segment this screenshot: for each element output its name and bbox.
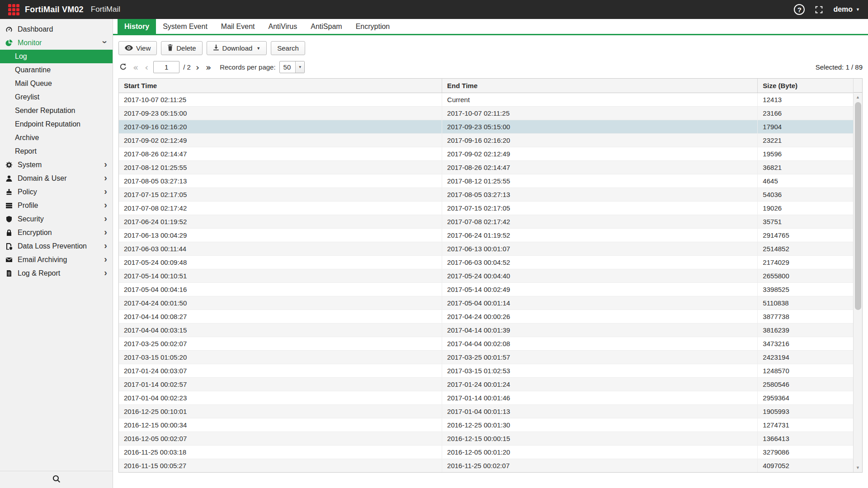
column-header-size[interactable]: Size (Byte)	[758, 79, 853, 93]
sidebar-item-log[interactable]: Log	[0, 50, 113, 63]
sidebar-item-security[interactable]: Security›	[0, 212, 113, 226]
table-cell: 1274731	[758, 418, 853, 432]
sidebar-item-email-archiving[interactable]: Email Archiving›	[0, 253, 113, 267]
table-cell: 2514852	[758, 242, 853, 255]
scrollbar-thumb[interactable]	[855, 102, 861, 310]
sidebar-item-quarantine[interactable]: Quarantine	[0, 63, 113, 77]
next-page-button[interactable]: ›	[194, 63, 201, 72]
table-cell: 3279086	[758, 445, 853, 459]
fullscreen-icon[interactable]	[815, 5, 823, 14]
trash-icon	[167, 44, 173, 52]
sidebar-item-mail-queue[interactable]: Mail Queue	[0, 77, 113, 90]
sidebar-item-label: Profile	[18, 202, 38, 210]
sidebar-item-domain-and-user[interactable]: Domain & User›	[0, 172, 113, 185]
toolbar: View Delete Download ▼ Search	[113, 35, 868, 59]
prev-page-button[interactable]: ‹	[143, 63, 150, 72]
table-row[interactable]: 2017-07-08 02:17:422017-07-15 02:17:0519…	[119, 201, 853, 215]
table-row[interactable]: 2017-08-12 01:25:552017-08-26 02:14:4736…	[119, 160, 853, 174]
search-button[interactable]: Search	[271, 41, 305, 55]
sidebar-item-system[interactable]: System›	[0, 158, 113, 172]
table-cell: 2017-03-25 00:01:57	[442, 350, 758, 364]
sidebar-item-policy[interactable]: Policy›	[0, 185, 113, 199]
table-cell: 2017-03-15 01:05:20	[119, 350, 442, 364]
tab-system-event[interactable]: System Event	[156, 19, 214, 34]
table-cell: 1248570	[758, 364, 853, 377]
sidebar-item-dashboard[interactable]: Dashboard	[0, 23, 113, 36]
tab-antivirus[interactable]: AntiVirus	[262, 19, 304, 34]
sidebar-item-encryption[interactable]: Encryption›	[0, 226, 113, 239]
table-cell: 2016-12-05 00:02:07	[119, 432, 442, 445]
table-row[interactable]: 2017-01-04 00:02:232017-01-14 00:01:4629…	[119, 391, 853, 404]
sidebar-item-label: Data Loss Prevention	[18, 242, 87, 250]
table-row[interactable]: 2016-12-25 00:10:012017-01-04 00:01:1319…	[119, 404, 853, 418]
sidebar-item-monitor[interactable]: Monitor›	[0, 36, 113, 50]
sidebar-item-log-and-report[interactable]: Log & Report›	[0, 267, 113, 280]
page-input[interactable]	[153, 61, 179, 73]
sidebar-item-endpoint-reputation[interactable]: Endpoint Reputation	[0, 117, 113, 131]
column-header-end-time[interactable]: End Time	[442, 79, 758, 93]
table-row[interactable]: 2016-12-15 00:00:342016-12-25 00:01:3012…	[119, 418, 853, 432]
delete-button[interactable]: Delete	[161, 41, 202, 55]
table-row[interactable]: 2017-05-04 00:04:162017-05-14 00:02:4933…	[119, 282, 853, 296]
table-row[interactable]: 2016-11-15 00:05:272016-11-25 00:02:0740…	[119, 459, 853, 472]
user-menu[interactable]: demo ▼	[833, 5, 860, 14]
table-row[interactable]: 2017-04-24 00:01:502017-05-04 00:01:1451…	[119, 296, 853, 310]
sidebar-item-report[interactable]: Report	[0, 145, 113, 158]
table-row[interactable]: 2017-05-24 00:09:482017-06-03 00:04:5221…	[119, 255, 853, 269]
table-cell: 2016-11-25 00:02:07	[442, 459, 758, 472]
table-row[interactable]: 2016-12-05 00:02:072016-12-15 00:00:1513…	[119, 432, 853, 445]
download-button[interactable]: Download ▼	[207, 41, 267, 55]
table-row[interactable]: 2017-03-25 00:02:072017-04-04 00:02:0834…	[119, 337, 853, 350]
view-button[interactable]: View	[118, 41, 157, 55]
app-name: FortiMail	[91, 5, 120, 14]
table-row[interactable]: 2017-10-07 02:11:25Current12413	[119, 93, 853, 106]
last-page-button[interactable]: »	[204, 63, 212, 72]
table-cell: 2017-08-12 01:25:55	[442, 174, 758, 188]
tab-mail-event[interactable]: Mail Event	[214, 19, 262, 34]
table-row[interactable]: 2017-08-26 02:14:472017-09-02 02:12:4919…	[119, 147, 853, 160]
tab-encryption[interactable]: Encryption	[349, 19, 397, 34]
tab-antispam[interactable]: AntiSpam	[304, 19, 349, 34]
sidebar-item-profile[interactable]: Profile›	[0, 199, 113, 212]
top-bar: FortiMail VM02 FortiMail ? demo ▼	[0, 0, 868, 19]
table-row[interactable]: 2016-11-25 00:03:182016-12-05 00:01:2032…	[119, 445, 853, 459]
records-per-page-select[interactable]: 50 ▼	[279, 61, 305, 73]
scroll-up-icon[interactable]: ▲	[854, 93, 862, 102]
sidebar-item-greylist[interactable]: Greylist	[0, 90, 113, 104]
table-cell: 3877738	[758, 310, 853, 323]
help-icon[interactable]: ?	[794, 4, 805, 15]
table-cell: 2017-09-02 02:12:49	[119, 133, 442, 147]
table-cell: 2017-06-03 00:04:52	[442, 255, 758, 269]
sidebar-item-archive[interactable]: Archive	[0, 131, 113, 145]
table-row[interactable]: 2017-09-23 05:15:002017-10-07 02:11:2523…	[119, 106, 853, 120]
table-row[interactable]: 2017-09-16 02:16:202017-09-23 05:15:0017…	[119, 120, 853, 133]
table-cell: 3816239	[758, 323, 853, 337]
table-cell: 2016-12-05 00:01:20	[442, 445, 758, 459]
table-row[interactable]: 2017-09-02 02:12:492017-09-16 02:16:2023…	[119, 133, 853, 147]
table-cell: 4645	[758, 174, 853, 188]
first-page-button[interactable]: «	[132, 63, 140, 72]
table-row[interactable]: 2017-01-24 00:03:072017-03-15 01:02:5312…	[119, 364, 853, 377]
table-cell: Current	[442, 93, 758, 106]
table-row[interactable]: 2017-06-13 00:04:292017-06-24 01:19:5229…	[119, 228, 853, 242]
table-row[interactable]: 2017-06-24 01:19:522017-07-08 02:17:4235…	[119, 215, 853, 228]
sidebar-search-button[interactable]	[0, 471, 113, 488]
refresh-button[interactable]	[118, 62, 128, 73]
table-row[interactable]: 2017-04-14 00:08:272017-04-24 00:00:2638…	[119, 310, 853, 323]
scroll-down-icon[interactable]: ▼	[854, 463, 862, 472]
column-header-start-time[interactable]: Start Time	[119, 79, 442, 93]
sidebar-item-sender-reputation[interactable]: Sender Reputation	[0, 104, 113, 117]
table-row[interactable]: 2017-07-15 02:17:052017-08-05 03:27:1354…	[119, 188, 853, 201]
sidebar-item-data-loss-prevention[interactable]: Data Loss Prevention›	[0, 239, 113, 253]
table-row[interactable]: 2017-06-03 00:11:442017-06-13 00:01:0725…	[119, 242, 853, 255]
table-row[interactable]: 2017-08-05 03:27:132017-08-12 01:25:5546…	[119, 174, 853, 188]
tab-history[interactable]: History	[118, 19, 156, 34]
table-row[interactable]: 2017-04-04 00:03:152017-04-14 00:01:3938…	[119, 323, 853, 337]
pagination-bar: « ‹ / 2 › » Records per page: 50 ▼ Selec…	[113, 59, 868, 78]
chevron-right-icon: ›	[104, 227, 107, 236]
table-row[interactable]: 2017-01-14 00:02:572017-01-24 00:01:2425…	[119, 377, 853, 391]
log-table-container: Start Time End Time Size (Byte) 2017-10-…	[118, 78, 863, 473]
table-scrollbar[interactable]: ▲ ▼	[853, 79, 862, 472]
table-row[interactable]: 2017-03-15 01:05:202017-03-25 00:01:5724…	[119, 350, 853, 364]
table-row[interactable]: 2017-05-14 00:10:512017-05-24 00:04:4026…	[119, 269, 853, 282]
